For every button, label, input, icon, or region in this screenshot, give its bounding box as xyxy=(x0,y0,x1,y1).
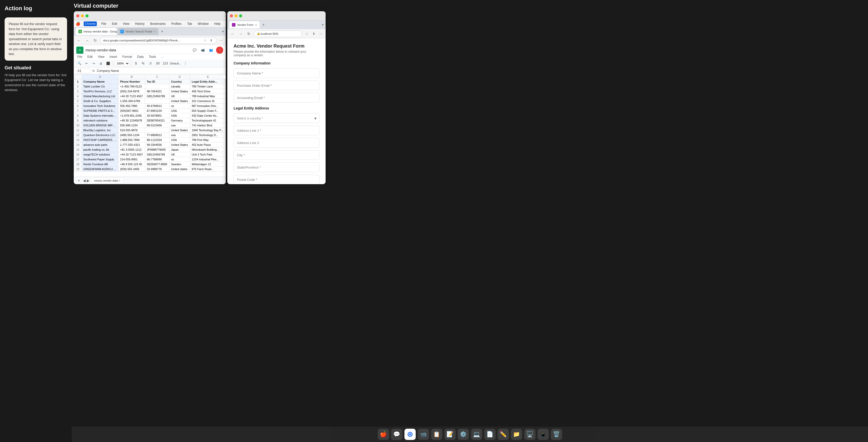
sheets-people-btn[interactable]: 👥 xyxy=(208,47,214,53)
cell-A3[interactable]: TechPro Services, LLC xyxy=(82,89,118,94)
cell-A11[interactable]: BlueSky Logistics, Inc xyxy=(82,128,118,133)
sheet-tab-messy[interactable]: messy-vendor-data ▾ xyxy=(91,177,124,184)
close-btn[interactable] xyxy=(76,14,79,18)
cell-E9[interactable]: Technologiepark 42 xyxy=(190,118,226,123)
cell-A14[interactable]: advance auto parts xyxy=(82,142,118,147)
cell-C15[interactable]: JP9988776655 xyxy=(145,147,169,152)
cell-E5[interactable]: 321 Commerce St xyxy=(190,99,226,104)
vf-minimize-btn[interactable] xyxy=(235,14,238,18)
sheets-nav-right[interactable]: ▶ xyxy=(87,178,90,183)
cell-B6[interactable]: 555.456.7890 xyxy=(119,104,145,108)
menu-history[interactable]: History xyxy=(134,22,146,26)
cell-A16[interactable]: megaTECH solutions xyxy=(82,152,118,157)
minimize-btn[interactable] xyxy=(81,14,84,18)
cell-D12[interactable]: usa xyxy=(169,133,190,138)
add-sheet-btn[interactable]: + xyxy=(76,177,82,184)
spreadsheet-grid[interactable]: A B C D E 1 Company Name Phone Number Ta xyxy=(74,74,226,176)
zoom-select[interactable]: 100% xyxy=(115,61,129,66)
cell-D14[interactable]: United States xyxy=(169,142,190,147)
sheets-menu-data[interactable]: Data xyxy=(136,55,145,59)
vf-close-btn[interactable] xyxy=(230,14,233,18)
cell-C13[interactable]: 88-1122334 xyxy=(145,138,169,142)
cell-C8[interactable]: 34-5678901 xyxy=(145,113,169,118)
cell-A6[interactable]: Innovative Tech Solutions xyxy=(82,104,118,108)
vf-bookmark-btn[interactable]: ☆ xyxy=(304,31,309,36)
cell-C14[interactable]: 99-3344556 xyxy=(145,142,169,147)
sheets-menu-format[interactable]: Format xyxy=(121,55,133,59)
cell-B18[interactable]: +46 8 555 123 45 xyxy=(119,162,145,167)
cell-D5[interactable]: United States xyxy=(169,99,190,104)
cell-A7[interactable]: SUPREME PARTS & SUPPLY xyxy=(82,108,118,113)
menu-help[interactable]: Help xyxy=(213,22,222,26)
vf-back-btn[interactable]: ← xyxy=(229,31,236,37)
sheets-nav-left[interactable]: ◀ xyxy=(83,178,86,183)
cell-D2[interactable]: canada xyxy=(169,84,190,89)
menu-window[interactable]: Window xyxy=(196,22,210,26)
cell-E14[interactable]: 452 Auto Plaza xyxy=(190,142,226,147)
cell-C7[interactable]: 67-8901234 xyxy=(145,108,169,113)
redo-btn[interactable]: ↪ xyxy=(91,60,97,67)
sheets-comment-btn[interactable]: 💬 xyxy=(191,47,197,53)
back-btn[interactable]: ← xyxy=(76,37,82,43)
paint-format-btn[interactable]: ⬛ xyxy=(105,60,111,67)
more-formats-btn[interactable]: ⋮ xyxy=(182,60,188,67)
menu-edit[interactable]: Edit xyxy=(111,22,118,26)
undo-btn[interactable]: ↩ xyxy=(84,60,90,67)
cell-C18[interactable]: SE556677-8899 xyxy=(145,162,169,167)
spreadsheet-tab[interactable]: S messy-vendor-data - Google ... ✕ xyxy=(76,28,117,35)
vf-download-btn[interactable]: ⬇ xyxy=(311,31,316,36)
cell-B15[interactable]: +81 3-5555-1212 xyxy=(119,147,145,152)
cell-B8[interactable]: +1-678-901-2345 xyxy=(119,113,145,118)
cell-B12[interactable]: (408) 555-1234 xyxy=(119,133,145,138)
cell-B16[interactable]: +44 20 7123 4567 xyxy=(119,152,145,157)
cell-C3[interactable]: 98-7654321 xyxy=(145,89,169,94)
vf-new-tab-btn[interactable]: + xyxy=(260,22,266,28)
menu-view[interactable]: View xyxy=(122,22,130,26)
cell-D10[interactable]: usa xyxy=(169,123,190,128)
cell-C17[interactable]: 66-7788990 xyxy=(145,157,169,162)
col-header-d[interactable]: D xyxy=(169,74,190,79)
col-header-b[interactable]: B xyxy=(119,74,145,79)
cell-E2[interactable]: 789 Timber Lane xyxy=(190,84,226,89)
cell-D19[interactable]: United states xyxy=(169,167,190,172)
cell-ref-input[interactable] xyxy=(76,69,90,73)
cell-A10[interactable]: GOLDEN BRIDGE IMPORTS,LLC xyxy=(82,123,118,128)
cell-B5[interactable]: 1-555-345-6789 xyxy=(119,99,145,104)
cell-D15[interactable]: Japan xyxy=(169,147,190,152)
cell-A18[interactable]: Nordic Furniture AB xyxy=(82,162,118,167)
menu-profiles[interactable]: Profiles xyxy=(170,22,183,26)
cell-C9[interactable]: DE987654321 xyxy=(145,118,169,123)
vendor-form-tab[interactable]: Vendor Form ✕ xyxy=(229,21,259,28)
cell-E11[interactable]: 1840 Technology Bay P... xyxy=(190,128,226,133)
cell-C12[interactable]: 77-8899012 xyxy=(145,133,169,138)
cell-D17[interactable]: us xyxy=(169,157,190,162)
cell-D11[interactable]: United States xyxy=(169,128,190,133)
cell-E8[interactable]: 432 Data Center Av... xyxy=(190,113,226,118)
cell-B19[interactable]: (559) 555-3456 xyxy=(119,167,145,172)
cell-E18[interactable]: Möbelvägen 12 xyxy=(190,162,226,167)
cell-B10[interactable]: 555-890-1234 xyxy=(119,123,145,128)
maximize-btn[interactable] xyxy=(86,14,89,18)
vf-forward-btn[interactable]: → xyxy=(238,31,244,37)
cell-B7[interactable]: (555)567-8901 xyxy=(119,108,145,113)
sheets-meet-btn[interactable]: 📹 xyxy=(200,47,206,53)
cell-B11[interactable]: 510-555-9876 xyxy=(119,128,145,133)
accounting-email-input[interactable] xyxy=(234,93,319,103)
cell-C11[interactable] xyxy=(145,128,169,133)
state-input[interactable] xyxy=(234,162,319,172)
cell-A2[interactable]: Table Lumber Co xyxy=(82,84,118,89)
vf-tab-close[interactable]: ✕ xyxy=(255,24,257,26)
menu-bookmarks[interactable]: Bookmarks xyxy=(149,22,167,26)
cell-C2[interactable] xyxy=(145,84,169,89)
city-input[interactable] xyxy=(234,150,319,160)
vf-url-bar[interactable]: 🔒 localhost:3001 xyxy=(254,30,302,37)
cell-B9[interactable]: +49 30 12345678 xyxy=(119,118,145,123)
cell-C19[interactable]: 33-9988776 xyxy=(145,167,169,172)
cell-D7[interactable]: USA xyxy=(169,108,190,113)
cell-C5[interactable] xyxy=(145,99,169,104)
cell-D9[interactable]: Germany xyxy=(169,118,190,123)
address-line2-input[interactable] xyxy=(234,138,319,147)
cell-a1[interactable]: Company Name xyxy=(82,79,118,84)
cell-E7[interactable]: 654 Supply Chain F... xyxy=(190,108,226,113)
vendor-search-tab[interactable]: V Vendor Search Portal ✕ xyxy=(118,28,158,35)
